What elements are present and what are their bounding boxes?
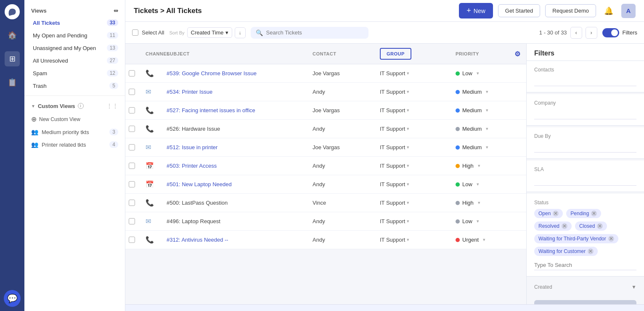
chip-remove-icon[interactable]: ✕ [608, 236, 614, 242]
col-group[interactable]: GROUP [376, 44, 452, 64]
collapse-views-icon[interactable]: ⇔ [114, 8, 118, 14]
get-started-button[interactable]: Get Started [498, 4, 540, 17]
chip-remove-icon[interactable]: ✕ [597, 223, 603, 229]
row-checkbox[interactable] [129, 181, 135, 187]
sort-field-select[interactable]: Created Time ▾ [187, 27, 232, 38]
col-subject: SUBJECT [163, 44, 309, 64]
group-dropdown-icon[interactable]: ▾ [407, 126, 409, 132]
sidebar-item-my-open-pending[interactable]: My Open and Pending 11 [24, 29, 125, 42]
priority-dropdown-icon[interactable]: ▾ [486, 145, 488, 150]
filters-toggle[interactable]: Filters [602, 28, 637, 37]
sidebar-item-unassigned-my-open[interactable]: Unassigned and My Open 13 [24, 42, 125, 54]
ticket-link[interactable]: #312: Antivirus Needed -- [167, 237, 228, 243]
row-checkbox[interactable] [129, 200, 135, 206]
sort-direction-button[interactable]: ↓ [235, 27, 246, 38]
ticket-link[interactable]: #512: Issue in printer [167, 144, 217, 150]
table-row: ✉ #496: Laptop Request Andy IT Support ▾… [125, 212, 526, 231]
priority-dropdown-icon[interactable]: ▾ [486, 126, 488, 132]
filter-company-section: Company [527, 94, 644, 126]
sidebar-item-all-unresolved[interactable]: All Unresolved 27 [24, 54, 125, 67]
chip-remove-icon[interactable]: ✕ [588, 248, 594, 254]
rail-chat-icon[interactable]: 💬 [4, 290, 21, 307]
col-settings[interactable]: ⚙ [511, 44, 526, 64]
cell-group: IT Support ▾ [376, 121, 452, 137]
rail-reports-icon[interactable]: 📋 [5, 75, 20, 90]
priority-dropdown-icon[interactable]: ▾ [477, 219, 479, 224]
new-button[interactable]: + New [459, 3, 493, 18]
sidebar-item-all-tickets[interactable]: All Tickets 33 [24, 16, 125, 29]
row-checkbox[interactable] [129, 237, 135, 243]
next-page-button[interactable]: › [586, 27, 597, 39]
row-checkbox[interactable] [129, 70, 135, 76]
search-input[interactable] [266, 29, 363, 36]
ticket-link[interactable]: #527: Facing internet issues in office [167, 107, 255, 113]
company-input[interactable] [534, 109, 636, 119]
select-all-wrapper[interactable]: Select All [132, 29, 164, 36]
row-checkbox[interactable] [129, 144, 135, 150]
chip-remove-icon[interactable]: ✕ [553, 211, 559, 216]
priority-label: Low [462, 70, 472, 76]
ticket-link[interactable]: #501: New Laptop Needed [167, 181, 232, 187]
bottom-scrollbar[interactable] [125, 304, 644, 311]
due-by-input[interactable] [534, 142, 636, 153]
type-to-search-input[interactable] [534, 260, 636, 270]
rail-tickets-icon[interactable]: ⊞ [5, 51, 20, 66]
priority-dropdown-icon[interactable]: ▾ [478, 200, 480, 206]
contacts-input[interactable] [534, 76, 636, 86]
custom-view-medium-priority[interactable]: 👥 Medium priority tkts 3 [24, 126, 125, 138]
app-logo[interactable] [5, 4, 20, 19]
priority-dropdown-icon[interactable]: ▾ [477, 71, 479, 76]
group-dropdown-icon[interactable]: ▾ [407, 89, 409, 95]
table-row: ✉ #512: Issue in printer Joe Vargas IT S… [125, 138, 526, 157]
group-dropdown-icon[interactable]: ▾ [407, 71, 409, 76]
cell-actions [511, 235, 526, 245]
request-demo-button[interactable]: Request Demo [545, 4, 596, 17]
sidebar-item-spam[interactable]: Spam 12 [24, 67, 125, 79]
row-checkbox[interactable] [129, 89, 135, 95]
group-dropdown-icon[interactable]: ▾ [407, 200, 409, 206]
row-checkbox[interactable] [129, 163, 135, 169]
prev-page-button[interactable]: ‹ [570, 27, 582, 39]
select-all-checkbox[interactable] [132, 29, 138, 36]
ticket-link[interactable]: #503: Printer Access [167, 163, 217, 169]
chip-remove-icon[interactable]: ✕ [562, 223, 567, 229]
filters-label: Filters [623, 29, 637, 36]
group-dropdown-icon[interactable]: ▾ [407, 219, 409, 224]
ticket-link[interactable]: #534: Printer Issue [167, 89, 212, 95]
priority-dropdown-icon[interactable]: ▾ [486, 108, 488, 113]
ticket-link[interactable]: #539: Google Chrome Browser Issue [167, 70, 257, 76]
avatar[interactable]: A [621, 4, 636, 18]
cell-channel: 📞 [142, 194, 163, 212]
row-checkbox[interactable] [129, 107, 135, 113]
row-checkbox[interactable] [129, 126, 135, 132]
group-header-cell[interactable]: GROUP [380, 48, 411, 60]
group-dropdown-icon[interactable]: ▾ [407, 237, 409, 242]
created-expand-icon[interactable]: ▼ [631, 284, 636, 290]
apply-filters-button[interactable]: Apply Filters [534, 300, 636, 304]
row-checkbox[interactable] [129, 218, 135, 224]
priority-dropdown-icon[interactable]: ▾ [478, 163, 480, 169]
cell-contact: Joe Vargas [309, 65, 376, 82]
sla-input[interactable] [534, 176, 636, 186]
group-dropdown-icon[interactable]: ▾ [407, 145, 409, 150]
notifications-bell-icon[interactable]: 🔔 [601, 3, 616, 18]
new-custom-view-btn[interactable]: ⊕ New Custom View [24, 113, 125, 126]
views-label: Views [31, 8, 47, 14]
priority-dropdown-icon[interactable]: ▾ [483, 237, 485, 242]
group-dropdown-icon[interactable]: ▾ [407, 182, 409, 187]
filters-toggle-switch[interactable] [602, 28, 619, 37]
priority-label: Medium [462, 126, 482, 132]
group-dropdown-icon[interactable]: ▾ [407, 163, 409, 169]
rail-home-icon[interactable]: 🏠 [5, 28, 20, 43]
created-section: Created ▼ [527, 278, 644, 295]
select-all-label[interactable]: Select All [142, 29, 164, 36]
priority-dropdown-icon[interactable]: ▾ [486, 89, 488, 95]
filter-due-by-section: Due By [527, 127, 644, 159]
priority-dropdown-icon[interactable]: ▾ [477, 182, 479, 187]
sidebar-item-trash[interactable]: Trash 5 [24, 79, 125, 92]
custom-view-printer-related[interactable]: 👥 Printer related tkts 4 [24, 138, 125, 151]
group-dropdown-icon[interactable]: ▾ [407, 108, 409, 113]
collapse-custom-icon[interactable]: ▼ [31, 104, 35, 108]
grid-icon[interactable]: ⋮⋮ [106, 103, 118, 109]
chip-remove-icon[interactable]: ✕ [591, 211, 597, 216]
